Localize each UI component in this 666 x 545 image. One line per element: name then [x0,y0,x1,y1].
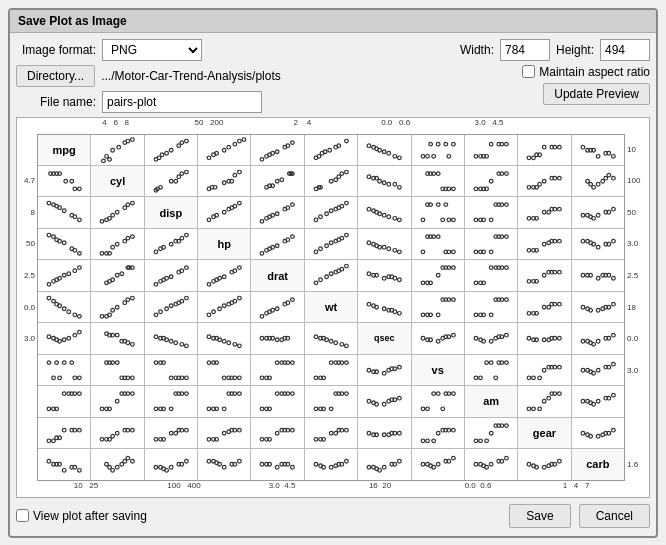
svg-point-6 [102,159,106,163]
svg-point-500 [180,343,184,347]
svg-point-794 [596,434,600,438]
svg-point-707 [547,396,551,400]
cell-5-1 [38,260,90,290]
cell-1-7 [358,135,410,165]
label-qsec: qsec [358,323,410,353]
left-label-9 [17,386,37,418]
svg-point-391 [547,271,551,275]
svg-point-290 [436,235,440,239]
svg-point-541 [479,338,483,342]
svg-point-723 [52,439,56,443]
label-hp: hp [198,229,250,259]
label-drat: drat [251,260,303,290]
svg-point-732 [126,428,130,432]
svg-point-695 [387,400,391,404]
filename-input[interactable] [102,91,262,113]
format-select[interactable]: PNG JPEG PDF [102,39,202,61]
svg-point-75 [581,145,585,149]
svg-point-642 [62,392,66,396]
svg-point-173 [126,203,130,207]
cell-11-8 [412,449,464,479]
svg-point-836 [261,462,265,466]
cell-10-4 [198,418,250,448]
svg-point-690 [383,403,387,407]
cell-1-3 [145,135,197,165]
svg-point-425 [212,310,216,314]
svg-point-525 [344,344,348,348]
svg-point-158 [596,182,600,186]
svg-point-697 [425,407,429,411]
svg-point-52 [436,142,440,146]
cell-1-9 [465,135,517,165]
svg-point-178 [222,211,226,215]
cell-2-10 [518,166,570,196]
svg-point-716 [611,393,615,397]
plot-grid: mpg cyl [37,134,625,481]
save-button[interactable]: Save [509,504,570,528]
svg-point-527 [322,337,326,341]
update-preview-button[interactable]: Update Preview [543,83,650,105]
svg-point-604 [344,360,348,364]
svg-point-872 [527,462,531,466]
svg-point-413 [126,298,130,302]
svg-point-789 [500,423,504,427]
svg-point-631 [558,365,562,369]
svg-point-551 [547,338,551,342]
svg-point-321 [73,269,77,273]
svg-point-192 [314,218,318,222]
cell-8-3 [145,355,197,385]
right-label-6: 18 [625,291,649,323]
svg-point-403 [67,310,71,314]
svg-point-693 [372,401,376,405]
directory-button[interactable]: Directory... [16,65,95,87]
svg-point-222 [482,218,486,222]
svg-point-426 [218,307,222,311]
svg-point-478 [607,305,611,309]
cell-5-9 [465,260,517,290]
svg-point-450 [436,313,440,317]
svg-point-65 [543,145,547,149]
svg-point-20 [238,139,242,143]
svg-point-309 [553,239,557,243]
svg-point-493 [126,341,130,345]
svg-point-244 [78,251,82,255]
svg-point-369 [447,266,451,270]
svg-point-440 [367,302,371,306]
svg-point-218 [489,218,493,222]
svg-point-471 [547,305,551,309]
cell-6-2 [91,292,143,322]
svg-point-220 [504,203,508,207]
svg-point-375 [440,266,444,270]
svg-point-34 [328,148,332,152]
aspect-ratio-checkbox[interactable] [522,65,535,78]
bottom-label-3: 3.0 4.5 [233,481,331,497]
svg-point-271 [265,248,269,252]
cell-8-2 [91,355,143,385]
svg-point-869 [474,462,478,466]
svg-point-682 [329,407,333,411]
svg-point-118 [329,179,333,183]
svg-point-809 [108,465,112,469]
cell-5-6 [305,260,357,290]
svg-point-336 [184,266,188,270]
svg-point-607 [334,360,338,364]
view-after-save-checkbox[interactable] [16,509,29,522]
svg-point-268 [261,251,265,255]
width-input[interactable] [500,39,550,61]
svg-point-287 [375,244,379,248]
cell-5-8 [412,260,464,290]
svg-point-550 [553,337,557,341]
svg-point-526 [329,340,333,344]
height-input[interactable] [600,39,650,61]
svg-point-168 [100,220,104,224]
cell-10-3 [145,418,197,448]
svg-point-782 [436,431,440,435]
cell-9-2 [91,386,143,416]
svg-point-72 [596,154,600,158]
svg-point-549 [532,338,536,342]
svg-point-569 [111,360,115,364]
svg-point-514 [276,338,280,342]
cancel-button[interactable]: Cancel [579,504,650,528]
svg-point-193 [319,215,323,219]
svg-point-54 [451,142,455,146]
